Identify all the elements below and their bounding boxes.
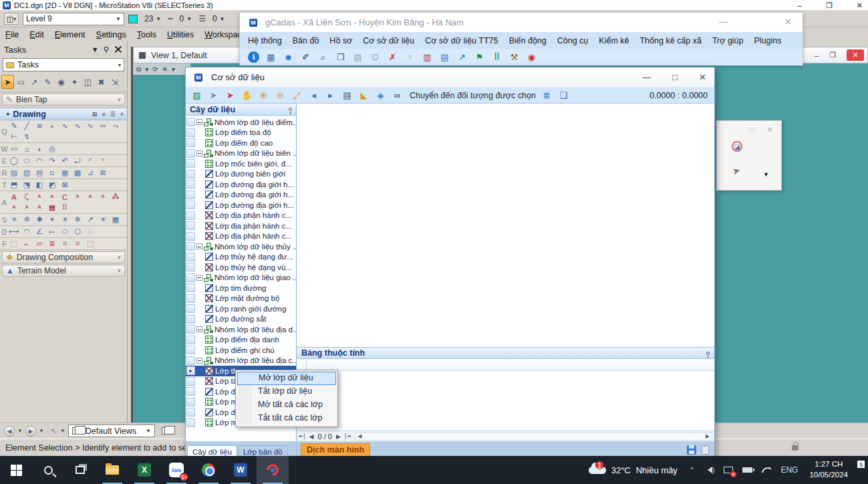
drawing-tool-icon[interactable]: ⌗ (72, 239, 83, 249)
drawing-tool-icon[interactable]: ◎ (47, 144, 57, 154)
menu-file[interactable]: File (0, 29, 24, 41)
drawing-tool-icon[interactable]: ⧅ (47, 168, 57, 178)
tree-layer-row[interactable]: Lớp điểm độ cao (186, 138, 296, 148)
drawing-tool-icon[interactable]: ⤾ (72, 156, 83, 166)
table-icon[interactable]: ▦ (265, 51, 277, 63)
gcadas-minimize-button[interactable]: — (719, 17, 728, 27)
drawing-tool-icon[interactable]: ↷ (47, 156, 57, 166)
start-taskbar-button[interactable] (0, 456, 32, 484)
menu-settings[interactable]: Settings (91, 29, 132, 41)
view-minimize-button[interactable]: – (815, 51, 819, 59)
row-selector-cell[interactable] (186, 408, 195, 416)
list-icon[interactable]: ≣ (541, 90, 553, 101)
tree-layer-row[interactable]: Lớp tim đường (186, 283, 296, 293)
context-menu-item-2[interactable]: Mở tất cả các lớp (237, 398, 336, 412)
drawing-tool-icon[interactable]: ⟷ (9, 227, 19, 237)
tree-layer-row[interactable]: Lớp ranh giới đường (186, 304, 296, 314)
horizontal-scrollbar[interactable]: ◀ ▶ (355, 433, 712, 441)
menu-tools[interactable]: Tools (132, 29, 162, 41)
row-selector-cell[interactable] (186, 128, 195, 137)
drawing-tool-icon[interactable]: ∾ (98, 121, 108, 131)
drawing-tool-icon[interactable]: ∿ (59, 121, 70, 131)
tree-layer-row[interactable]: Lớp đường biên giới (186, 169, 296, 180)
fence-icon[interactable]: ❒ (335, 51, 346, 63)
drawing-tool-icon[interactable]: ⤹ (21, 192, 32, 202)
scroll-left-icon[interactable]: ◀ (357, 433, 361, 439)
word-taskbar-button[interactable]: W (225, 456, 257, 484)
drawing-tool-icon[interactable]: ✎ (9, 121, 19, 131)
search-taskbar-button[interactable] (32, 456, 64, 484)
drawing-tool-icon[interactable]: ✴ (47, 215, 57, 225)
float-maximize-button[interactable]: □ (750, 125, 754, 134)
tree-layer-row[interactable]: Lớp điểm tọa độ (186, 128, 296, 138)
drawing-tool-icon[interactable]: ▦ (59, 168, 70, 178)
drawing-tool-icon[interactable]: ⬡ (72, 227, 83, 237)
navigate-icon[interactable]: ◈ (375, 90, 386, 101)
drawing-tool-icon[interactable]: ⬒ (9, 180, 19, 190)
drawing-tool-icon[interactable]: ≋ (34, 121, 45, 131)
row-selector-cell[interactable] (186, 377, 195, 386)
collapse-expander-icon[interactable] (196, 150, 202, 156)
collapse-expander-icon[interactable] (196, 119, 202, 125)
info-icon[interactable]: ℹ (248, 51, 259, 63)
measure-icon[interactable]: ◣ (358, 90, 370, 101)
tasks-pin-icon[interactable]: ⚲ (104, 45, 109, 54)
scroll-right-icon[interactable]: ▶ (706, 433, 710, 439)
palette-icon[interactable]: ◉ (55, 75, 67, 89)
row-selector-cell[interactable] (186, 211, 195, 220)
edit-doc-icon[interactable]: ▤ (439, 51, 450, 63)
drawing-tool-icon[interactable]: ᴬ (21, 203, 32, 213)
drawing-tool-icon[interactable]: ✱ (34, 215, 45, 225)
row-selector-cell[interactable] (186, 201, 195, 209)
row-selector-cell[interactable] (186, 232, 195, 241)
drawing-tool-icon[interactable]: ◝ (98, 156, 108, 166)
tree-layer-row[interactable]: Lớp đường sắt (186, 314, 296, 325)
drawing-tool-icon[interactable]: ⟝ (47, 227, 57, 237)
drawing-tool-icon[interactable]: ▭ (9, 144, 19, 154)
drawing-tool-icon[interactable]: ↗ (85, 215, 96, 225)
drawing-tool-icon[interactable]: ✳ (59, 215, 70, 225)
find-binoculars-icon[interactable]: ∞ (392, 90, 403, 101)
tasks-close-icon[interactable]: ✕ (114, 43, 123, 57)
drawing-tool-icon[interactable]: ▨ (9, 168, 19, 178)
translate-screen-button[interactable]: Dịch màn hình (301, 443, 370, 457)
drawing-tool-icon[interactable]: ⠿ (59, 203, 70, 213)
pin-light-icon[interactable]: ♀ (404, 51, 416, 63)
drawing-tool-icon[interactable]: ◜ (85, 156, 96, 166)
tree-layer-row[interactable]: Lớp đường địa giới h... (186, 179, 296, 190)
context-menu-item-0[interactable]: Mở lớp dữ liệu (237, 372, 336, 385)
tree-layer-row[interactable]: Lớp điểm địa danh (186, 335, 296, 346)
tree-layer-row[interactable]: Lớp điểm ghi chú (186, 345, 296, 356)
close-button[interactable]: ✕ (857, 1, 863, 10)
row-selector-cell[interactable] (186, 336, 195, 344)
row-selector-cell[interactable] (186, 346, 195, 354)
row-selector-cell[interactable] (186, 387, 195, 396)
drawing-tool-icon[interactable]: ◠ (21, 227, 32, 237)
layout-grid-icon[interactable]: ⊞ (92, 111, 98, 118)
drawing-tool-icon[interactable]: ✳ (9, 215, 19, 225)
globe-icon[interactable]: ◉ (526, 51, 537, 63)
drawing-tool-icon[interactable]: ◗ (34, 144, 45, 154)
row-selector-cell[interactable] (186, 315, 195, 324)
row-selector-cell[interactable] (186, 356, 195, 365)
drawing-tool-icon[interactable]: ᴬ (34, 192, 45, 202)
row-selector-cell[interactable]: ▸ (186, 366, 195, 375)
pointer-tool-icon[interactable]: ↖ (51, 427, 57, 436)
gcadas-menu-3[interactable]: Cơ sở dữ liệu (357, 34, 420, 47)
tree-layer-row[interactable]: Lớp đường địa giới h... (186, 200, 296, 211)
drawing-tool-icon[interactable]: ◧ (34, 180, 45, 190)
column-chart-icon[interactable]: ꟾꟾ (491, 51, 502, 63)
task-view-taskbar-button[interactable] (64, 456, 96, 484)
dropdown-caret-icon[interactable]: ▾ (145, 66, 148, 73)
tree-layer-row[interactable]: Lớp thủy hệ dạng vù... (186, 262, 296, 273)
gcadas-menu-4[interactable]: Cơ sở dữ liệu TT75 (420, 34, 503, 47)
line-style-select[interactable]: 0 ▼ (177, 13, 195, 25)
drawing-tool-icon[interactable]: ⬭ (59, 227, 70, 237)
microstation-taskbar-button[interactable] (257, 456, 289, 484)
chrome-taskbar-button[interactable] (192, 456, 225, 484)
drawing-tool-icon[interactable]: ◯ (9, 156, 19, 166)
first-record-icon[interactable]: ⯬| (297, 433, 307, 440)
row-selector-cell[interactable] (186, 159, 195, 168)
tree-group-row[interactable]: Nhóm lớp dữ liệu địa c... (186, 356, 296, 366)
display-error-icon[interactable]: ✕ (719, 467, 738, 473)
